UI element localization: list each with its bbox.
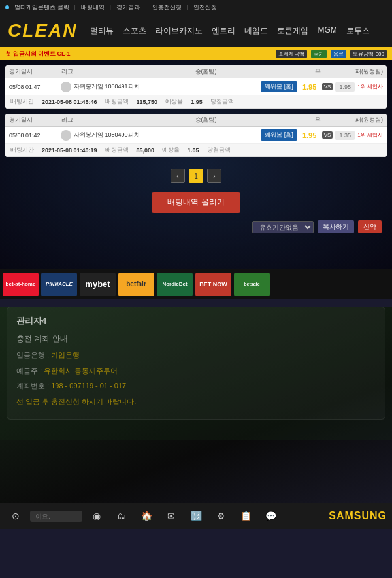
header-lose-2: 패(원정팀) — [331, 116, 383, 124]
period-select[interactable]: 유효기간없음 — [252, 221, 314, 233]
copy-button[interactable]: 복사하기 — [318, 220, 354, 233]
chat-line-2: 계좌번호 : 198 - 097119 - 01 - 017 — [16, 381, 376, 392]
odds-btn-2[interactable]: 꽤워봄 [홈] — [261, 129, 297, 141]
chat-label-depositor: 예금주 : — [16, 367, 44, 375]
taskbar: ⊙ ◉ 🗂 🏠 ✉ 🔢 ⚙ 📋 💬 SAMSUNG — [0, 503, 392, 529]
current-page-btn[interactable]: 1 — [189, 169, 203, 183]
top-bar-item-1[interactable]: 멀티게임콘텐츠 클릭 — [14, 3, 69, 12]
top-bar-separator2: | — [110, 4, 111, 10]
nav-named[interactable]: 네임드 — [244, 26, 268, 37]
bet-table-2: 경기일시 리그 승(홈팀) 무 패(원정팀) 05/08 01:42 자위봉게임… — [5, 114, 387, 157]
expected-val-1: 1.95 — [191, 99, 203, 105]
bet-detail-row-1: 배팅시간 2021-05-08 01:45:46 배팅금액 115,750 예상… — [5, 95, 387, 109]
bet-time-val-1: 2021-05-08 01:45:46 — [42, 99, 97, 105]
start-button[interactable]: ⊙ — [5, 507, 26, 525]
nav-lotus[interactable]: 로투스 — [346, 26, 370, 37]
info-bar-right: 소세제금액 국기 음료 보유금액 000 — [276, 50, 387, 58]
nav-mgm[interactable]: MGM — [318, 26, 336, 37]
chat-value-bank: 기업은행 — [51, 351, 80, 359]
top-bar-item-5[interactable]: 안전신청 — [193, 3, 217, 12]
nav-tokengame[interactable]: 토큰게임 — [277, 26, 308, 37]
vs-badge-1: VS — [322, 83, 333, 90]
bookmaker-bar: bet-at-home PINNACLE mybet betfair Nordi… — [0, 269, 392, 299]
top-bar-item-4[interactable]: 안충전신청 — [152, 3, 182, 12]
taskbar-settings-icon[interactable]: ⚙ — [210, 507, 231, 525]
bm-betsafe[interactable]: betsafe — [234, 273, 270, 296]
header-draw-2: 무 — [304, 116, 331, 124]
chat-section-title: 충전 계좌 안내 — [16, 333, 376, 345]
bet-detail-row-2: 배팅시간 2021-05-08 01:40:19 배팅금액 85,000 예상율… — [5, 144, 387, 157]
header-lose-1: 패(원정팀) — [331, 67, 383, 76]
nav-menu: 멀티뷰 스포츠 라이브카지노 엔트리 네임드 토큰게임 MGM 로투스 — [90, 26, 384, 37]
taskbar-browser-icon[interactable]: ◉ — [86, 507, 107, 525]
taskbar-chat-icon[interactable]: 💬 — [260, 507, 281, 525]
prev-page-btn[interactable]: ‹ — [171, 169, 185, 183]
bet-time-label-1: 배팅시간 — [10, 97, 34, 106]
info-btn-drink[interactable]: 음료 — [331, 50, 346, 58]
taskbar-folder-icon[interactable]: 🗂 — [111, 507, 132, 525]
nav-entry[interactable]: 엔트리 — [212, 26, 235, 37]
taskbar-calc-icon[interactable]: 🔢 — [186, 507, 206, 525]
bet-row-2: 05/08 01:42 자위봉게임 1080490피치 꽤워봄 [홈] 1.95… — [5, 127, 387, 144]
top-bar-separator4: | — [187, 4, 188, 10]
chat-line-3: 선 입금 후 충전신청 하시기 바랍니다. — [16, 396, 376, 408]
nav-multivew[interactable]: 멀티뷰 — [90, 26, 114, 37]
bm-bet-at-home[interactable]: bet-at-home — [3, 273, 39, 296]
nav-sports[interactable]: 스포츠 — [123, 26, 146, 37]
next-page-btn[interactable]: › — [207, 169, 221, 183]
chat-value-account: 198 - 097119 - 01 - 017 — [51, 382, 126, 390]
info-btn-balance: 보유금액 000 — [350, 50, 387, 58]
action-button[interactable]: 신약 — [358, 220, 382, 233]
info-bar: 첫 입금시의 이벤트 CL-1 소세제금액 국기 음료 보유금액 000 — [0, 47, 392, 60]
bet-time-label-2: 배팅시간 — [10, 146, 34, 154]
header-win-1: 승(홈팀) — [107, 67, 304, 76]
chat-panel: 관리자4 충전 계좌 안내 입금은행 : 기업은행 예금주 : 유한회사 동동재… — [7, 307, 385, 420]
bm-nordicbet[interactable]: NordicBet — [157, 273, 193, 296]
dropdown-row: 유효기간없음 복사하기 신약 — [5, 218, 387, 236]
expected-label-2: 예상율 — [162, 146, 180, 154]
bm-betnow[interactable]: BET NOW — [195, 273, 231, 296]
top-bar-item-2[interactable]: 배팅내역 — [81, 3, 105, 12]
taskbar-search[interactable] — [30, 511, 82, 522]
taskbar-docs-icon[interactable]: 📋 — [235, 507, 256, 525]
bet-date-1: 05/08 01:47 — [9, 84, 58, 90]
info-btn-flag[interactable]: 국기 — [311, 50, 327, 58]
main-content: 경기일시 리그 승(홈팀) 무 패(원정팀) 05/08 01:47 자위봉게임… — [0, 60, 392, 269]
chat-label-bank: 입금은행 : — [16, 351, 51, 359]
bm-mybet[interactable]: mybet — [80, 273, 116, 296]
bet-table-1-header: 경기일시 리그 승(홈팀) 무 패(원정팀) — [5, 65, 387, 78]
bet-amount-val-1: 115,750 — [137, 99, 158, 105]
league-icon-1 — [61, 82, 71, 92]
header-date-1: 경기일시 — [9, 67, 61, 76]
expected-amount-label-1: 당첨금액 — [210, 97, 234, 106]
header-win-2: 승(홈팀) — [107, 116, 304, 124]
nav-livecasino[interactable]: 라이브카지노 — [155, 26, 203, 37]
bm-betfair[interactable]: betfair — [118, 273, 154, 296]
odds-btn-1[interactable]: 꽤워봄 [홈] — [261, 81, 297, 92]
upload-button[interactable]: 배팅내역 올리기 — [152, 192, 240, 212]
taskbar-home-icon[interactable]: 🏠 — [136, 507, 157, 525]
league-icon-2 — [61, 130, 71, 141]
top-bar-item-3[interactable]: 경기결과 — [116, 3, 140, 12]
odds-right-2: 1.35 — [335, 131, 355, 140]
chat-value-notice: 선 입금 후 충전신청 하시기 바랍니다. — [16, 398, 136, 405]
extra-2: 1위 세입사 — [357, 131, 383, 139]
info-btn-deposit[interactable]: 소세제금액 — [276, 50, 307, 58]
bottom-section: 관리자4 충전 계좌 안내 입금은행 : 기업은행 예금주 : 유한회사 동동재… — [0, 307, 392, 529]
bet-date-2: 05/08 01:42 — [9, 132, 58, 139]
chat-value-depositor: 유한회사 동동재주투어 — [44, 367, 118, 375]
vs-badge-2: VS — [322, 131, 333, 139]
chat-line-0: 입금은행 : 기업은행 — [16, 350, 376, 362]
extra-1: 1위 세입사 — [357, 83, 383, 90]
expected-amount-label-2: 당첨금액 — [207, 146, 231, 154]
info-bar-text: 첫 입금시의 이벤트 CL-1 — [5, 50, 71, 58]
header-league-2: 리그 — [61, 116, 107, 124]
expected-val-2: 1.05 — [188, 147, 199, 154]
top-bar-separator3: | — [145, 4, 146, 10]
odds-right-1: 1.95 — [335, 82, 355, 92]
bm-pinnacle[interactable]: PINNACLE — [41, 273, 77, 296]
header: CLEAN 멀티뷰 스포츠 라이브카지노 엔트리 네임드 토큰게임 MGM 로투… — [0, 14, 392, 47]
bet-amount-label-1: 배팅금액 — [105, 97, 129, 106]
taskbar-mail-icon[interactable]: ✉ — [161, 507, 182, 525]
bet-time-val-2: 2021-05-08 01:40:19 — [42, 147, 97, 154]
